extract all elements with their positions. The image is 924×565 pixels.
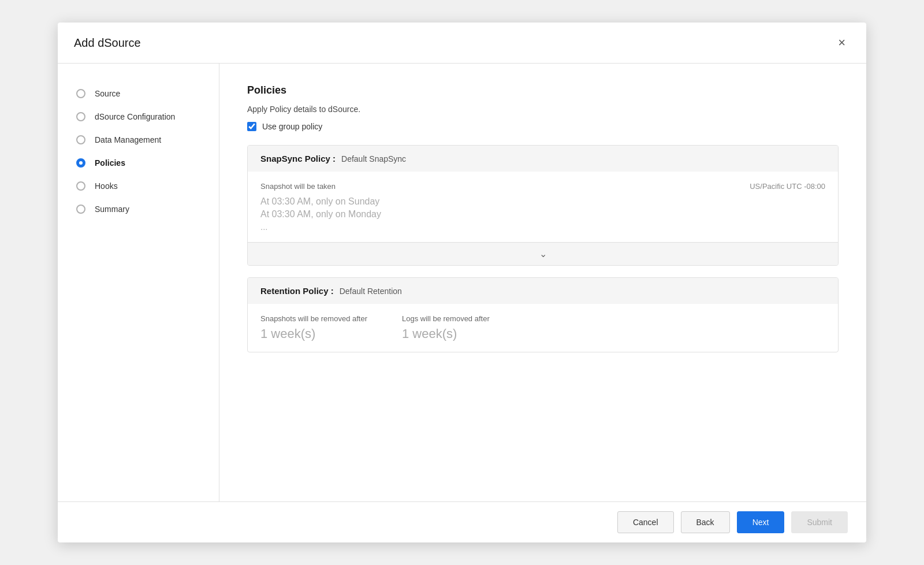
schedule-ellipsis: ...	[260, 222, 825, 232]
sidebar-label-dsource-config: dSource Configuration	[95, 112, 175, 121]
snapsync-expand-row[interactable]: ⌄	[248, 242, 838, 265]
main-content: Policies Apply Policy details to dSource…	[219, 64, 866, 501]
retention-logs-label: Logs will be removed after	[402, 314, 490, 323]
use-group-policy-label[interactable]: Use group policy	[262, 122, 322, 131]
dialog-footer: Cancel Back Next Submit	[58, 501, 866, 542]
snapsync-policy-header: SnapSync Policy : Default SnapSync	[248, 146, 838, 172]
section-title: Policies	[247, 84, 839, 96]
schedule-line-2: At 03:30 AM, only on Monday	[260, 209, 825, 220]
snapsync-policy-title: SnapSync Policy :	[260, 154, 336, 163]
retention-snapshots-value: 1 week(s)	[260, 326, 315, 341]
submit-button: Submit	[791, 511, 848, 533]
snapshot-taken-label: Snapshot will be taken	[260, 182, 336, 191]
sidebar: Source dSource Configuration Data Manage…	[58, 64, 219, 501]
use-group-policy-checkbox[interactable]	[247, 122, 256, 131]
retention-snapshots-label: Snapshots will be removed after	[260, 314, 367, 323]
retention-policy-body: Snapshots will be removed after 1 week(s…	[248, 304, 838, 352]
retention-policy-value: Default Retention	[340, 287, 402, 296]
step-circle-hooks	[76, 181, 85, 191]
snapsync-policy-card: SnapSync Policy : Default SnapSync Snaps…	[247, 145, 839, 266]
retention-logs-col: Logs will be removed after 1 week(s)	[402, 314, 490, 341]
sidebar-label-source: Source	[95, 89, 120, 98]
cancel-button[interactable]: Cancel	[617, 511, 674, 533]
retention-logs-value: 1 week(s)	[402, 326, 457, 341]
step-circle-summary	[76, 205, 85, 214]
sidebar-item-policies[interactable]: Policies	[58, 151, 219, 174]
sidebar-item-summary[interactable]: Summary	[58, 198, 219, 221]
snapshot-taken-row: Snapshot will be taken US/Pacific UTC -0…	[260, 182, 825, 191]
step-circle-data-management	[76, 135, 85, 144]
use-group-policy-row: Use group policy	[247, 122, 839, 131]
step-circle-policies	[76, 158, 85, 168]
retention-snapshots-col: Snapshots will be removed after 1 week(s…	[260, 314, 367, 341]
snapsync-policy-body: Snapshot will be taken US/Pacific UTC -0…	[248, 172, 838, 242]
dialog-header: Add dSource ×	[58, 23, 866, 64]
sidebar-item-data-management[interactable]: Data Management	[58, 128, 219, 151]
sidebar-label-summary: Summary	[95, 205, 129, 214]
sidebar-item-dsource-config[interactable]: dSource Configuration	[58, 105, 219, 128]
schedule-line-1: At 03:30 AM, only on Sunday	[260, 196, 825, 207]
sidebar-label-data-management: Data Management	[95, 135, 161, 144]
next-button[interactable]: Next	[737, 511, 785, 533]
back-button[interactable]: Back	[681, 511, 730, 533]
retention-policy-header: Retention Policy : Default Retention	[248, 278, 838, 304]
snapsync-policy-value: Default SnapSync	[341, 154, 406, 163]
sidebar-item-hooks[interactable]: Hooks	[58, 174, 219, 198]
retention-policy-card: Retention Policy : Default Retention Sna…	[247, 277, 839, 352]
sidebar-label-policies: Policies	[95, 158, 125, 168]
dialog-title: Add dSource	[74, 36, 141, 50]
add-dsource-dialog: Add dSource × Source dSource Configurati…	[58, 23, 866, 542]
step-circle-dsource-config	[76, 112, 85, 121]
section-subtitle: Apply Policy details to dSource.	[247, 105, 839, 114]
step-circle-source	[76, 89, 85, 98]
close-button[interactable]: ×	[833, 33, 850, 53]
timezone-label: US/Pacific UTC -08:00	[750, 182, 825, 191]
chevron-down-icon: ⌄	[539, 248, 547, 259]
sidebar-item-source[interactable]: Source	[58, 82, 219, 105]
retention-policy-title: Retention Policy :	[260, 286, 334, 296]
sidebar-label-hooks: Hooks	[95, 181, 118, 191]
dialog-body: Source dSource Configuration Data Manage…	[58, 64, 866, 501]
